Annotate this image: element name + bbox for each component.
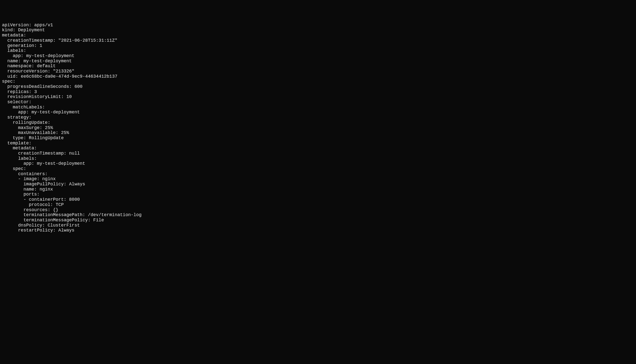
- yaml-line: revisionHistoryLimit: 10: [2, 94, 72, 99]
- yaml-line: template:: [2, 141, 32, 146]
- yaml-line: progressDeadlineSeconds: 600: [2, 84, 83, 89]
- yaml-line: kind: Deployment: [2, 28, 45, 32]
- yaml-line: resourceVersion: "213326": [2, 69, 75, 74]
- yaml-line: type: RollingUpdate: [2, 136, 64, 140]
- yaml-line: rollingUpdate:: [2, 120, 50, 125]
- yaml-line: - image: nginx: [2, 176, 56, 182]
- yaml-line: ports:: [2, 192, 40, 197]
- yaml-line: dnsPolicy: ClusterFirst: [2, 223, 80, 228]
- yaml-line: matchLabels:: [2, 105, 45, 110]
- yaml-line: strategy:: [2, 115, 32, 120]
- yaml-line: metadata:: [2, 33, 26, 38]
- yaml-line: imagePullPolicy: Always: [2, 182, 85, 186]
- yaml-line: spec:: [2, 166, 26, 171]
- yaml-line: containers:: [2, 172, 48, 176]
- yaml-line: labels:: [2, 48, 26, 53]
- yaml-line: app: my-test-deployment: [2, 161, 85, 166]
- yaml-line: uid: ee6c68bc-da0e-474d-9ec9-44634412b13…: [2, 74, 117, 79]
- yaml-line: name: my-test-deployment: [2, 58, 72, 64]
- yaml-line: maxUnavailable: 25%: [2, 130, 69, 135]
- yaml-line: restartPolicy: Always: [2, 228, 75, 233]
- yaml-line: terminationMessagePath: /dev/termination…: [2, 212, 142, 217]
- yaml-line: labels:: [2, 156, 37, 161]
- yaml-line: - containerPort: 8000: [2, 197, 80, 202]
- terminal-output: apiVersion: apps/v1 kind: Deployment met…: [2, 22, 634, 233]
- yaml-line: generation: 1: [2, 43, 42, 48]
- yaml-line: creationTimestamp: "2021-06-28T15:31:11Z…: [2, 38, 117, 43]
- yaml-line: app: my-test-deployment: [2, 53, 75, 58]
- yaml-line: apiVersion: apps/v1: [2, 22, 53, 28]
- yaml-line: maxSurge: 25%: [2, 125, 53, 130]
- yaml-line: creationTimestamp: null: [2, 151, 80, 156]
- yaml-line: selector:: [2, 100, 32, 104]
- yaml-line: app: my-test-deployment: [2, 110, 80, 115]
- yaml-line: replicas: 3: [2, 89, 37, 94]
- yaml-line: name: nginx: [2, 187, 53, 192]
- yaml-line: namespace: default: [2, 64, 56, 68]
- yaml-line: terminationMessagePolicy: File: [2, 218, 104, 222]
- yaml-line: resources: {}: [2, 208, 58, 212]
- yaml-line: spec:: [2, 79, 16, 84]
- yaml-line: protocol: TCP: [2, 202, 64, 207]
- yaml-line: metadata:: [2, 146, 37, 150]
